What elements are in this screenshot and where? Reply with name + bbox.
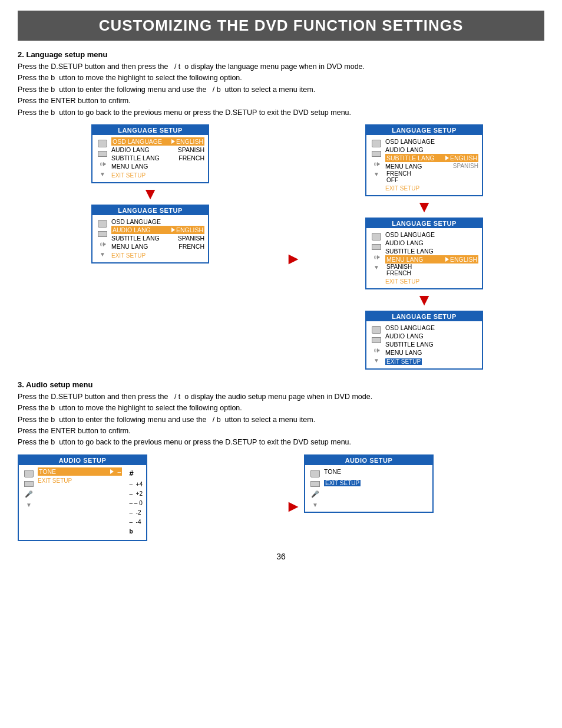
arrow-right-1: ►	[283, 148, 304, 370]
exit-setup-a1[interactable]: EXIT SETUP	[38, 477, 122, 484]
osd-lang-row-2: OSD LANGUAGE	[385, 137, 478, 146]
audio-box-1: AUDIO SETUP 🎤 ▼ TONE – EXIT SETUP	[18, 454, 147, 541]
subtitle-lang-row-5: SUBTITLE LANG	[385, 340, 478, 348]
icon-arrow-4: ▼	[373, 264, 379, 271]
osd-lang-row-3: OSD LANGUAGE	[111, 218, 204, 226]
tone-row-1: TONE –	[38, 467, 122, 476]
section3-heading: 3. Audio setup menu	[18, 380, 544, 389]
tone-plus4: – +4	[129, 480, 143, 489]
exit-setup-a2-wrapper: EXIT SETUP	[324, 478, 429, 486]
icon-speaker-a1: 🎤	[25, 490, 33, 498]
menu-lang-row-5: MENU LANG	[385, 348, 478, 357]
icon-tv-5	[372, 326, 381, 334]
french-2: FRENCH	[385, 170, 478, 177]
menu-lang-row-4: MENU LANG ENGLISH	[385, 255, 478, 263]
osd-lang-row-1: OSD LANGUAGE ENGLISH	[111, 137, 204, 146]
french-4: FRENCH	[385, 270, 478, 276]
icon-tv-3	[98, 220, 107, 228]
menu-lang-row-2: MENU LANG SPANISH	[385, 162, 478, 170]
subtitle-lang-row-3: SUBTITLE LANG SPANISH	[111, 234, 204, 242]
icon-dvd-3	[98, 231, 107, 237]
tone-0: – – 0	[129, 499, 143, 508]
section3-heading-wrapper: 3. Audio setup menu Press the D.SETUP bu…	[18, 380, 544, 449]
subtitle-lang-row-2: SUBTITLE LANG ENGLISH	[385, 154, 478, 162]
lang-box-3: LANGUAGE SETUP 🕪 ▼ OSD LANGUAGE AUDIO LA…	[91, 205, 209, 263]
icon-tv-1	[98, 140, 107, 147]
subtitle-lang-row-4: SUBTITLE LANG	[385, 247, 478, 255]
icon-arrow-2: ▼	[373, 171, 379, 177]
exit-setup-1[interactable]: EXIT SETUP	[111, 172, 204, 179]
section2-text: Press the D.SETUP button and then press …	[18, 61, 544, 118]
arrow-right-audio: ►	[283, 472, 304, 541]
icon-arrow-1: ▼	[100, 171, 105, 177]
language-diagram-section: LANGUAGE SETUP 🕪 ▼ OSD LANGUAGE ENGLISH …	[18, 124, 544, 370]
icon-dvd-2	[372, 151, 381, 157]
exit-setup-a2[interactable]: EXIT SETUP	[324, 480, 361, 486]
menu-lang-row-3: MENU LANG FRENCH	[111, 242, 204, 251]
tone-plus2: – +2	[129, 489, 143, 499]
icon-arrow-a1: ▼	[26, 502, 32, 508]
icon-tv-a1	[24, 470, 34, 477]
audio-box-2-title: AUDIO SETUP	[305, 456, 432, 465]
osd-lang-row-4: OSD LANGUAGE	[385, 230, 478, 239]
icon-dvd-5	[372, 337, 381, 343]
audio-lang-row-5: AUDIO LANG	[385, 332, 478, 340]
icon-speaker-a2: 🎤	[311, 490, 319, 498]
icon-speaker-3: 🕪	[100, 241, 106, 248]
off-2: OFF	[385, 177, 478, 183]
tone-row-2: TONE	[324, 467, 429, 476]
audio-diagram-section: AUDIO SETUP 🎤 ▼ TONE – EXIT SETUP	[18, 454, 544, 541]
icon-dvd-a1	[24, 481, 34, 487]
arrow-down-1: ▼	[142, 186, 158, 202]
icon-dvd-a2	[310, 481, 320, 487]
page-title: CUSTOMIZING THE DVD FUNCTION SETTINGS	[18, 11, 544, 41]
exit-setup-3[interactable]: EXIT SETUP	[111, 252, 204, 259]
icon-speaker-2: 🕪	[373, 160, 380, 167]
exit-setup-2[interactable]: EXIT SETUP	[385, 185, 478, 192]
lang-box-2-title: LANGUAGE SETUP	[366, 126, 482, 135]
exit-setup-4[interactable]: EXIT SETUP	[385, 278, 478, 285]
section3-text: Press the D.SETUP button and then press …	[18, 391, 544, 449]
tone-grid: # – +4 – +2 – – 0 – -2 – -4 b	[129, 467, 143, 536]
icon-arrow-3: ▼	[100, 251, 105, 258]
arrow-down-3: ▼	[416, 292, 432, 308]
tone-b: b	[129, 527, 143, 536]
icon-dvd-1	[98, 151, 107, 157]
lang-box-1-title: LANGUAGE SETUP	[92, 126, 208, 135]
audio-lang-row-4: AUDIO LANG	[385, 239, 478, 247]
spanish-4: SPANISH	[385, 263, 478, 270]
lang-box-5-title: LANGUAGE SETUP	[366, 312, 482, 321]
exit-setup-5[interactable]: EXIT SETUP	[385, 358, 422, 365]
subtitle-lang-row-1: SUBTITLE LANG FRENCH	[111, 154, 204, 162]
tone-minus4: – -4	[129, 518, 143, 527]
audio-lang-row-2: AUDIO LANG	[385, 146, 478, 154]
section2-heading: 2. Language setup menu	[18, 50, 544, 59]
lang-box-4: LANGUAGE SETUP 🕪 ▼ OSD LANGUAGE AUDIO LA…	[365, 218, 483, 289]
icon-arrow-a2: ▼	[312, 502, 318, 508]
lang-box-1: LANGUAGE SETUP 🕪 ▼ OSD LANGUAGE ENGLISH …	[91, 124, 209, 183]
icon-dvd-4	[372, 244, 381, 250]
audio-box-2: AUDIO SETUP 🎤 ▼ TONE EXIT SETUP	[304, 454, 434, 513]
osd-lang-row-5: OSD LANGUAGE	[385, 324, 478, 332]
lang-box-4-title: LANGUAGE SETUP	[366, 219, 482, 228]
lang-box-2: LANGUAGE SETUP 🕪 ▼ OSD LANGUAGE AUDIO LA…	[365, 124, 483, 196]
icon-speaker-5: 🕪	[373, 347, 380, 354]
icon-tv-a2	[310, 470, 320, 477]
audio-lang-row-1: AUDIO LANG SPANISH	[111, 146, 204, 154]
icon-tv-2	[372, 140, 381, 147]
menu-lang-row-1: MENU LANG	[111, 162, 204, 170]
lang-box-5: LANGUAGE SETUP 🕪 ▼ OSD LANGUAGE AUDIO LA…	[365, 311, 483, 370]
icon-tv-4	[372, 233, 381, 241]
lang-box-3-title: LANGUAGE SETUP	[92, 206, 208, 215]
arrow-down-2: ▼	[416, 199, 432, 215]
audio-lang-row-3: AUDIO LANG ENGLISH	[111, 226, 204, 234]
tone-minus2: – -2	[129, 508, 143, 518]
page-number: 36	[18, 552, 544, 561]
tone-hash: #	[129, 467, 143, 480]
icon-arrow-5: ▼	[373, 357, 379, 364]
audio-box-1-title: AUDIO SETUP	[19, 456, 146, 465]
icon-speaker-4: 🕪	[373, 253, 380, 261]
icon-speaker-1: 🕪	[100, 160, 106, 167]
